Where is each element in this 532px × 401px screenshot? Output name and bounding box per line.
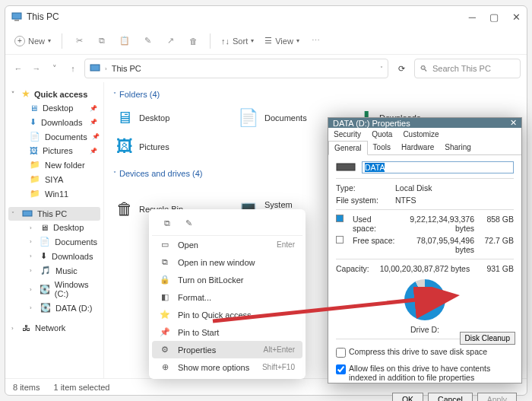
back-button[interactable]: ← xyxy=(11,62,25,75)
tab-hardware[interactable]: Hardware xyxy=(396,141,439,154)
refresh-button[interactable]: ⟳ xyxy=(393,64,410,74)
path-field[interactable]: › This PC ˅ xyxy=(84,59,388,78)
tab-security[interactable]: Security xyxy=(328,128,366,141)
sidebar-this-pc[interactable]: ˅This PC xyxy=(8,207,100,221)
cancel-button[interactable]: Cancel xyxy=(428,393,473,401)
address-bar: ← → ˅ ↑ › This PC ˅ ⟳ 🔍︎ Search This PC xyxy=(5,55,527,82)
used-color-icon xyxy=(336,215,344,222)
svg-rect-1 xyxy=(14,20,19,21)
svg-rect-3 xyxy=(23,211,32,216)
new-button[interactable]: +New ▾ xyxy=(14,36,51,46)
sidebar-pc-music[interactable]: ›🎵Music xyxy=(8,263,100,278)
window-icon: ⧉ xyxy=(160,257,170,267)
path-segment[interactable]: This PC xyxy=(112,64,141,73)
toolbar: +New ▾ ✂ ⧉ 📋 ✎ ↗ 🗑 ↑↓ Sort ▾ ☰ View ▾ ⋯ xyxy=(5,27,527,55)
maximize-button[interactable]: ▢ xyxy=(489,11,499,23)
tab-sharing[interactable]: Sharing xyxy=(439,141,476,154)
open-icon: ▭ xyxy=(160,240,170,250)
sidebar-pc-desktop[interactable]: ›🖥Desktop xyxy=(8,221,100,234)
sidebar-item-desktop[interactable]: 🖥Desktop📌 xyxy=(8,101,100,115)
ctx-format[interactable]: ◧Format... xyxy=(152,288,302,306)
tab-general[interactable]: General xyxy=(328,141,368,155)
lock-icon: 🔒 xyxy=(160,275,170,285)
tab-quota[interactable]: Quota xyxy=(366,128,397,141)
sidebar-pc-downloads[interactable]: ›⬇Downloads xyxy=(8,249,100,263)
ctx-copy-icon[interactable]: ⧉ xyxy=(160,215,175,231)
share-icon[interactable]: ↗ xyxy=(164,35,176,47)
folders-header[interactable]: ˅Folders (4) xyxy=(113,90,518,99)
svg-rect-2 xyxy=(90,65,100,71)
svg-rect-5 xyxy=(337,164,355,170)
properties-icon: ⚙ xyxy=(160,345,170,355)
index-checkbox[interactable]: Allow files on this drive to have conten… xyxy=(336,364,514,382)
ctx-rename-icon[interactable]: ✎ xyxy=(181,215,196,231)
pc-icon xyxy=(11,12,22,21)
more-icon[interactable]: ⋯ xyxy=(310,35,322,47)
window-title: This PC xyxy=(27,11,469,22)
minimize-button[interactable]: ─ xyxy=(469,11,476,23)
copy-icon[interactable]: ⧉ xyxy=(96,35,108,47)
disk-cleanup-button[interactable]: Disk Cleanup xyxy=(460,332,515,345)
sidebar-item-downloads[interactable]: ⬇Downloads📌 xyxy=(8,115,100,129)
sidebar-quick-access[interactable]: ˅★Quick access xyxy=(8,87,100,101)
pin-icon: ⭐ xyxy=(160,310,170,320)
pin-icon: 📌 xyxy=(160,327,170,337)
capacity-pie-chart xyxy=(404,279,445,320)
folder-documents[interactable]: 📄Documents xyxy=(235,105,326,131)
pc-icon xyxy=(90,64,100,73)
sidebar-pc-windows-c[interactable]: ›💽Windows (C:) xyxy=(8,278,100,301)
tab-customize[interactable]: Customize xyxy=(397,128,444,141)
ok-button[interactable]: OK xyxy=(392,393,423,401)
delete-icon[interactable]: 🗑 xyxy=(187,35,199,47)
sidebar-item-documents[interactable]: 📄Documents📌 xyxy=(8,129,100,144)
item-count: 8 items xyxy=(13,383,40,392)
view-button[interactable]: ☰ View ▾ xyxy=(264,36,299,46)
properties-dialog: DATA (D:) Properties✕ Security Quota Cus… xyxy=(328,117,522,383)
free-color-icon xyxy=(336,236,344,243)
titlebar: This PC ─ ▢ ✕ xyxy=(5,6,527,27)
ctx-bitlocker[interactable]: 🔒Turn on BitLocker xyxy=(152,271,302,288)
ctx-more[interactable]: ⊕Show more optionsShift+F10 xyxy=(152,358,302,376)
props-close-button[interactable]: ✕ xyxy=(510,118,517,128)
drive-icon xyxy=(336,161,356,172)
drive-name-field[interactable]: DATA xyxy=(362,161,514,173)
sidebar-item-win11[interactable]: 📁Win11 xyxy=(8,186,100,201)
close-button[interactable]: ✕ xyxy=(512,11,521,23)
sort-button[interactable]: ↑↓ Sort ▾ xyxy=(221,37,254,46)
sidebar-pc-data-d[interactable]: ›💽DATA (D:) xyxy=(8,301,100,315)
props-tabs-row1: Security Quota Customize xyxy=(328,128,521,141)
rename-icon[interactable]: ✎ xyxy=(141,35,154,47)
search-icon: 🔍︎ xyxy=(420,64,428,73)
search-field[interactable]: 🔍︎ Search This PC xyxy=(414,59,521,78)
compress-checkbox[interactable]: Compress this drive to save disk space xyxy=(336,347,514,358)
sidebar-item-siya[interactable]: 📁SIYA xyxy=(8,172,100,186)
up-button[interactable]: ˅ xyxy=(48,62,62,75)
context-menu: ⧉ ✎ ▭OpenEnter ⧉Open in new window 🔒Turn… xyxy=(149,209,306,379)
props-titlebar: DATA (D:) Properties✕ xyxy=(328,118,521,128)
ctx-pin-start[interactable]: 📌Pin to Start xyxy=(152,323,302,341)
paste-icon[interactable]: 📋 xyxy=(119,35,131,47)
svg-rect-0 xyxy=(12,13,21,19)
sidebar-pc-documents[interactable]: ›📄Documents xyxy=(8,234,100,249)
props-tabs-row2: General Tools Hardware Sharing xyxy=(328,141,521,155)
folder-desktop[interactable]: 🖥Desktop xyxy=(113,105,204,131)
sidebar-item-pictures[interactable]: 🖼Pictures📌 xyxy=(8,144,100,158)
more-icon: ⊕ xyxy=(160,362,170,372)
ctx-properties[interactable]: ⚙PropertiesAlt+Enter xyxy=(152,341,302,358)
ctx-pin-quick[interactable]: ⭐Pin to Quick access xyxy=(152,306,302,323)
forward-button[interactable]: → xyxy=(30,62,43,75)
sidebar-network[interactable]: ›🖧Network xyxy=(8,321,100,335)
sidebar-item-newfolder[interactable]: 📁New folder xyxy=(8,158,100,172)
cut-icon[interactable]: ✂ xyxy=(73,35,85,47)
ctx-open-new[interactable]: ⧉Open in new window xyxy=(152,253,302,271)
format-icon: ◧ xyxy=(160,292,170,302)
up-button[interactable]: ↑ xyxy=(66,62,80,75)
selection-count: 1 item selected xyxy=(53,383,109,392)
folder-pictures[interactable]: 🖼Pictures xyxy=(113,134,204,160)
tab-tools[interactable]: Tools xyxy=(368,141,396,154)
ctx-open[interactable]: ▭OpenEnter xyxy=(152,236,302,253)
sidebar: ˅★Quick access 🖥Desktop📌 ⬇Downloads📌 📄Do… xyxy=(5,82,104,378)
apply-button[interactable]: Apply xyxy=(477,393,517,401)
